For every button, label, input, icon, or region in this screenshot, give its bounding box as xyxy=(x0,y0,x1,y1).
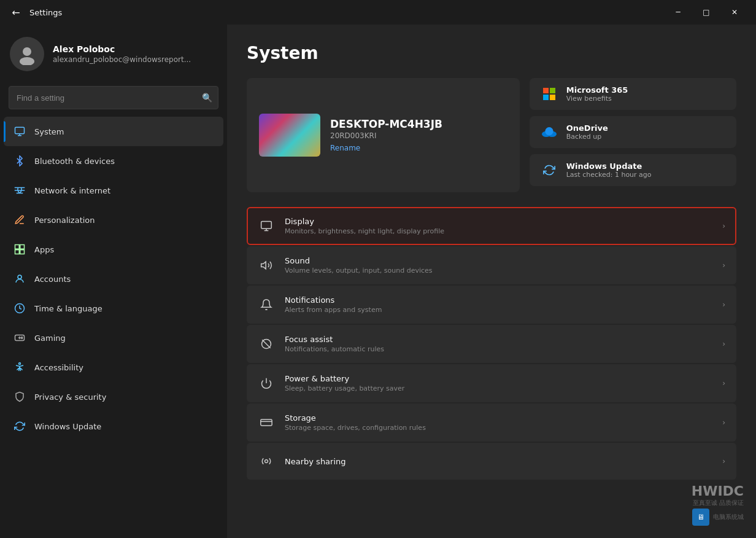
minimize-button[interactable]: ─ xyxy=(664,0,692,25)
svg-point-9 xyxy=(18,275,21,279)
settings-sub-notifications: Alerts from apps and system xyxy=(285,306,712,314)
device-id: 20RD003KRI xyxy=(330,131,442,140)
sidebar-item-system[interactable]: System xyxy=(4,117,223,146)
sound-icon xyxy=(258,257,275,274)
sidebar-item-network[interactable]: Network & internet xyxy=(4,176,223,205)
page-title: System xyxy=(247,43,736,63)
settings-item-power[interactable]: Power & battery Sleep, battery usage, ba… xyxy=(247,364,736,402)
svg-point-31 xyxy=(265,460,268,463)
titlebar-title: Settings xyxy=(29,8,62,17)
svg-rect-24 xyxy=(261,222,272,229)
window-controls: ─ □ ✕ xyxy=(664,0,749,25)
service-name-windows-update: Windows Update xyxy=(566,162,652,171)
sidebar-item-windows-update[interactable]: Windows Update xyxy=(4,411,223,441)
chevron-notifications-icon: › xyxy=(722,300,725,309)
sidebar-label-gaming: Gaming xyxy=(34,333,66,343)
user-name: Alex Poloboc xyxy=(53,44,191,54)
service-card-ms365[interactable]: Microsoft 365 View benefits xyxy=(530,78,736,110)
device-card: DESKTOP-MC4H3JB 20RD003KRI Rename xyxy=(247,78,520,192)
sidebar-item-apps[interactable]: Apps xyxy=(4,235,223,264)
settings-item-sound[interactable]: Sound Volume levels, output, input, soun… xyxy=(247,246,736,284)
rename-link[interactable]: Rename xyxy=(330,144,442,152)
settings-item-notifications[interactable]: Notifications Alerts from apps and syste… xyxy=(247,286,736,324)
notifications-icon xyxy=(258,296,275,313)
svg-point-0 xyxy=(23,47,31,56)
service-name-ms365: Microsoft 365 xyxy=(566,85,628,95)
chevron-power-icon: › xyxy=(722,379,725,388)
sidebar-item-personalization[interactable]: Personalization xyxy=(4,205,223,235)
service-cards: Microsoft 365 View benefits OneDrive Bac… xyxy=(530,78,736,192)
service-name-onedrive: OneDrive xyxy=(566,123,608,133)
power-icon xyxy=(258,375,275,392)
accounts-icon xyxy=(14,273,26,285)
onedrive-icon xyxy=(539,122,559,142)
svg-rect-20 xyxy=(550,95,555,100)
settings-item-display[interactable]: Display Monitors, brightness, night ligh… xyxy=(247,207,736,245)
chevron-sound-icon: › xyxy=(722,261,725,270)
service-sub-ms365: View benefits xyxy=(566,95,628,103)
sidebar: Alex Poloboc alexandru_poloboc@windowsre… xyxy=(0,25,227,538)
settings-item-focus[interactable]: Focus assist Notifications, automatic ru… xyxy=(247,325,736,363)
network-icon xyxy=(14,184,26,197)
chevron-nearby-icon: › xyxy=(722,457,725,466)
svg-rect-7 xyxy=(15,250,20,254)
search-box: 🔍 xyxy=(9,86,218,109)
settings-sub-focus: Notifications, automatic rules xyxy=(285,345,712,353)
main-layout: Alex Poloboc alexandru_poloboc@windowsre… xyxy=(0,25,756,538)
time-icon xyxy=(14,302,26,314)
user-profile[interactable]: Alex Poloboc alexandru_poloboc@windowsre… xyxy=(0,25,227,84)
sidebar-label-personalization: Personalization xyxy=(34,216,95,225)
settings-title-storage: Storage xyxy=(285,413,712,423)
settings-sub-power: Sleep, battery usage, battery saver xyxy=(285,384,712,392)
sidebar-item-accessibility[interactable]: Accessibility xyxy=(4,353,223,382)
sidebar-item-bluetooth[interactable]: Bluetooth & devices xyxy=(4,146,223,176)
sidebar-item-gaming[interactable]: Gaming xyxy=(4,323,223,353)
chevron-display-icon: › xyxy=(722,222,725,230)
svg-point-15 xyxy=(21,338,23,339)
svg-rect-29 xyxy=(261,419,272,426)
close-button[interactable]: ✕ xyxy=(720,0,749,25)
sidebar-label-accounts: Accounts xyxy=(34,275,71,284)
sidebar-item-accounts[interactable]: Accounts xyxy=(4,264,223,294)
content-area: System DESKTOP-MC4H3JB 20RD003KRI Rename… xyxy=(227,25,756,538)
svg-rect-8 xyxy=(20,250,25,254)
windows-update-icon xyxy=(539,160,559,180)
maximize-button[interactable]: □ xyxy=(692,0,720,25)
avatar xyxy=(10,37,44,71)
service-card-onedrive[interactable]: OneDrive Backed up xyxy=(530,116,736,148)
privacy-icon xyxy=(14,391,26,403)
settings-list: Display Monitors, brightness, night ligh… xyxy=(247,207,736,480)
sidebar-label-apps: Apps xyxy=(34,245,54,254)
chevron-focus-icon: › xyxy=(722,340,725,348)
sidebar-item-privacy[interactable]: Privacy & security xyxy=(4,382,223,411)
settings-sub-display: Monitors, brightness, night light, displ… xyxy=(285,227,712,235)
settings-title-power: Power & battery xyxy=(285,374,712,383)
ms365-icon xyxy=(539,84,559,104)
storage-icon xyxy=(258,414,275,431)
sidebar-label-time: Time & language xyxy=(34,304,102,313)
settings-sub-sound: Volume levels, output, input, sound devi… xyxy=(285,267,712,275)
sidebar-label-system: System xyxy=(34,127,64,136)
service-card-windows-update[interactable]: Windows Update Last checked: 1 hour ago xyxy=(530,154,736,186)
device-name: DESKTOP-MC4H3JB xyxy=(330,118,442,130)
settings-item-storage[interactable]: Storage Storage space, drives, configura… xyxy=(247,404,736,442)
back-button[interactable]: ← xyxy=(7,4,25,21)
sidebar-item-time[interactable]: Time & language xyxy=(4,294,223,323)
sidebar-label-windows-update: Windows Update xyxy=(34,422,101,431)
settings-sub-storage: Storage space, drives, configuration rul… xyxy=(285,424,712,432)
sidebar-label-bluetooth: Bluetooth & devices xyxy=(34,157,115,166)
svg-point-16 xyxy=(19,363,21,365)
user-icon xyxy=(16,43,38,65)
personalization-icon xyxy=(14,214,26,226)
svg-point-1 xyxy=(20,57,34,65)
settings-item-nearby[interactable]: Nearby sharing › xyxy=(247,443,736,480)
apps-icon xyxy=(14,243,26,255)
user-email: alexandru_poloboc@windowsreport... xyxy=(53,55,191,64)
svg-rect-2 xyxy=(15,127,25,134)
focus-icon xyxy=(258,335,275,353)
svg-rect-6 xyxy=(20,245,25,249)
settings-title-notifications: Notifications xyxy=(285,295,712,305)
search-input[interactable] xyxy=(9,86,218,109)
chevron-storage-icon: › xyxy=(722,418,725,427)
settings-title-nearby: Nearby sharing xyxy=(285,457,712,466)
